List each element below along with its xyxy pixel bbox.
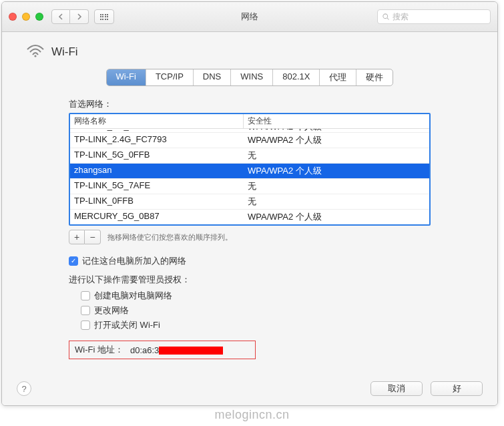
show-all-button[interactable] [94, 9, 114, 24]
cell-network-name: TP-LINK_5G_7AFE [70, 179, 244, 194]
search-input[interactable]: 搜索 [377, 9, 491, 24]
admin-option[interactable]: 更改网络 [81, 304, 431, 316]
pane-header: Wi-Fi [17, 44, 483, 59]
admin-auth-label: 进行以下操作需要管理员授权： [69, 274, 431, 286]
watermark: melogincn.cn [0, 408, 504, 422]
window-title: 网络 [241, 11, 258, 23]
svg-point-2 [34, 55, 36, 57]
wifi-address-row: Wi-Fi 地址： d0:a6:3 [69, 341, 256, 359]
cell-network-name: zhangsan [70, 164, 244, 178]
ok-button[interactable]: 好 [431, 381, 483, 396]
cell-security: WPA/WPA2 个人级 [244, 210, 429, 224]
pane-title: Wi-Fi [51, 45, 78, 59]
minimize-icon[interactable] [22, 13, 30, 21]
table-row[interactable]: TP-LINK_5G_0FFB无 [70, 148, 429, 164]
tab-tcpip[interactable]: TCP/IP [146, 69, 194, 85]
nav-buttons [51, 9, 89, 24]
column-security[interactable]: 安全性 [244, 114, 429, 128]
tab-wins[interactable]: WINS [231, 69, 273, 85]
cell-security: 无 [244, 148, 429, 163]
svg-point-0 [383, 14, 388, 19]
preferences-window: 网络 搜索 Wi-Fi Wi-FiTCP/IPDNSWINS802.1X代理硬件… [1, 1, 498, 406]
tab-[interactable]: 代理 [320, 69, 356, 85]
admin-option-label: 打开或关闭 Wi-Fi [94, 319, 160, 331]
checkbox-icon [81, 306, 90, 315]
window-controls [9, 13, 43, 21]
table-row[interactable]: zhangsanWPA/WPA2 个人级 [70, 164, 429, 179]
chevron-right-icon [77, 13, 82, 20]
svg-line-1 [387, 18, 389, 20]
remember-networks-label: 记住这台电脑所加入的网络 [82, 255, 186, 267]
table-row[interactable]: TP-LINK_2.4G_FC7793WPA/WPA2 个人级 [70, 133, 429, 148]
column-network-name[interactable]: 网络名称 [70, 114, 244, 128]
admin-option[interactable]: 创建电脑对电脑网络 [81, 290, 431, 302]
checkbox-icon [81, 321, 90, 330]
tab-[interactable]: 硬件 [356, 69, 393, 85]
preferred-networks-label: 首选网络： [69, 98, 431, 110]
redacted-block [159, 347, 223, 355]
cell-security: 无 [244, 179, 429, 194]
tab-dns[interactable]: DNS [194, 69, 231, 85]
search-placeholder: 搜索 [393, 11, 409, 23]
table-row[interactable]: TP-LINK_0FFB无 [70, 194, 429, 210]
checkbox-checked-icon [69, 256, 78, 266]
table-row[interactable]: TP-LINK_5G_7AFE无 [70, 179, 429, 194]
zoom-icon[interactable] [35, 13, 43, 21]
cell-security: 无 [244, 194, 429, 209]
search-icon [382, 13, 390, 21]
cell-security: WPA/WPA2 个人级 [244, 164, 429, 178]
cell-network-name: TP-LINK_5G_0FFB [70, 148, 244, 163]
cell-network-name: TP-LINK_2.4G_FC7793 [70, 133, 244, 148]
admin-option-label: 创建电脑对电脑网络 [94, 290, 172, 302]
preferred-networks-table: 网络名称 安全性 TP-LINK_5G_05EBWPA/WPA2 个人级TP-L… [69, 113, 431, 226]
drag-hint: 拖移网络使它们按您喜欢的顺序排列。 [107, 232, 232, 242]
wifi-address-label: Wi-Fi 地址： [75, 344, 123, 356]
admin-option[interactable]: 打开或关闭 Wi-Fi [81, 319, 431, 331]
cancel-button[interactable]: 取消 [370, 381, 423, 396]
tab-8021x[interactable]: 802.1X [273, 69, 320, 85]
back-button[interactable] [51, 9, 70, 24]
add-button[interactable]: + [69, 230, 85, 244]
content: Wi-Fi Wi-FiTCP/IPDNSWINS802.1X代理硬件 首选网络：… [2, 32, 497, 405]
wifi-icon [26, 44, 45, 59]
chevron-left-icon [58, 13, 63, 20]
checkbox-icon [81, 291, 90, 300]
cell-network-name: TP-LINK_0FFB [70, 194, 244, 209]
admin-option-label: 更改网络 [94, 304, 129, 316]
help-button[interactable]: ? [17, 381, 31, 396]
tab-wifi[interactable]: Wi-Fi [107, 69, 146, 85]
remember-networks-checkbox[interactable]: 记住这台电脑所加入的网络 [69, 255, 431, 267]
cell-security: WPA/WPA2 个人级 [244, 133, 429, 148]
titlebar: 网络 搜索 [2, 2, 497, 32]
wifi-address-value: d0:a6:3 [130, 345, 223, 355]
remove-button[interactable]: − [85, 230, 101, 244]
cell-network-name: MERCURY_5G_0B87 [70, 210, 244, 224]
forward-button[interactable] [70, 9, 89, 24]
grid-icon [100, 14, 109, 20]
table-row[interactable]: MERCURY_5G_0B87WPA/WPA2 个人级 [70, 210, 429, 224]
add-remove-controls: + − [69, 230, 101, 244]
tab-bar: Wi-FiTCP/IPDNSWINS802.1X代理硬件 [17, 69, 483, 86]
close-icon[interactable] [9, 13, 17, 21]
